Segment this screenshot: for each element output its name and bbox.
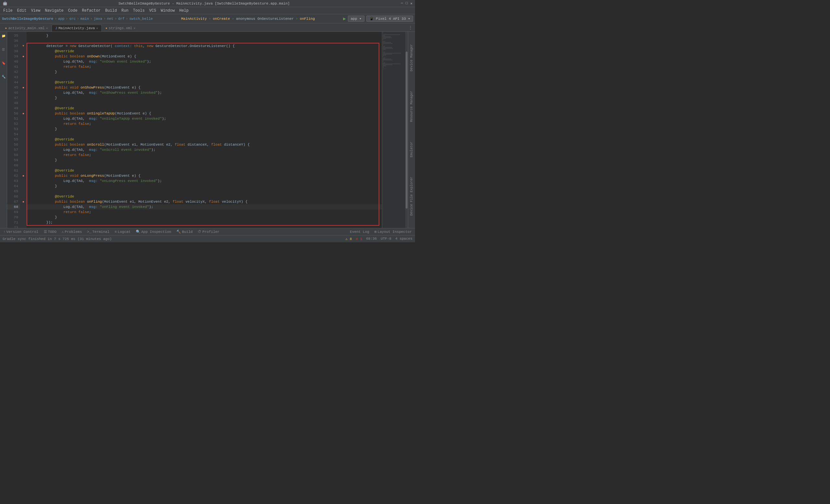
code-line-71[interactable]: }); <box>27 220 382 225</box>
code-line-40[interactable]: Log.d(TAG, msg: "onDown event invoked"); <box>27 59 382 64</box>
gutter-item-65[interactable] <box>20 189 27 194</box>
code-line-57[interactable]: Log.d(TAG, msg: "onScroll event invoked"… <box>27 147 382 152</box>
gutter-item-60[interactable] <box>20 163 27 168</box>
gutter-item-45[interactable]: ● <box>20 85 27 90</box>
close-tab-xml[interactable]: ✕ <box>46 26 48 30</box>
layout-inspector-tool[interactable]: ⊞ Layout Inspector <box>373 229 414 234</box>
status-errors[interactable]: ✕ 1 <box>356 237 362 241</box>
menu-item-view[interactable]: View <box>29 8 42 13</box>
todo-tool[interactable]: ☰ TODO <box>42 229 58 234</box>
gutter-item-53[interactable] <box>20 126 27 132</box>
gutter-item-59[interactable] <box>20 158 27 163</box>
window-controls[interactable]: ─ □ ✕ <box>401 1 412 5</box>
gutter-item-68[interactable] <box>20 204 27 210</box>
gutter-item-38[interactable] <box>20 49 27 54</box>
code-line-44[interactable]: @Override <box>27 80 382 85</box>
tab-more-options[interactable]: ⋮ <box>407 24 414 31</box>
gutter-item-46[interactable] <box>20 90 27 95</box>
code-line-43[interactable] <box>27 74 382 80</box>
code-line-42[interactable]: } <box>27 69 382 74</box>
nav-java[interactable]: java <box>94 17 102 21</box>
sidebar-structure-icon[interactable]: ☰ <box>1 47 6 53</box>
gutter-item-51[interactable] <box>20 116 27 121</box>
gutter-item-61[interactable] <box>20 168 27 173</box>
status-encoding[interactable]: UTF-8 <box>381 237 391 241</box>
gutter-item-55[interactable] <box>20 137 27 142</box>
event-log-tool[interactable]: Event Log <box>348 229 371 234</box>
gutter-item-40[interactable] <box>20 59 27 64</box>
profiler-tool[interactable]: ⏱ Profiler <box>196 229 221 234</box>
logcat-tool[interactable]: ≡ Logcat <box>113 229 133 234</box>
gutter-item-71[interactable] <box>20 220 27 225</box>
code-line-51[interactable]: Log.d(TAG, msg: "onSingleTapUp event inv… <box>27 116 382 121</box>
code-line-70[interactable]: } <box>27 215 382 220</box>
nav-drf[interactable]: drf <box>118 17 125 21</box>
menu-item-navigate[interactable]: Navigate <box>43 8 65 13</box>
gutter-item-52[interactable] <box>20 121 27 126</box>
code-line-58[interactable]: return false; <box>27 152 382 158</box>
menu-item-build[interactable]: Build <box>103 8 119 13</box>
sidebar-emulator[interactable]: Emulator <box>409 140 414 159</box>
gutter-item-49[interactable] <box>20 106 27 111</box>
nav-net[interactable]: net <box>107 17 114 21</box>
code-line-67[interactable]: public boolean onFling(MotionEvent e1, M… <box>27 199 382 204</box>
gutter-item-64[interactable] <box>20 184 27 189</box>
sidebar-resource-manager[interactable]: Resource Manager <box>409 90 414 123</box>
version-control-tool[interactable]: ↑ Version Control <box>1 229 40 234</box>
gutter-item-67[interactable]: ● <box>20 199 27 204</box>
gutter-item-62[interactable]: ● <box>20 173 27 178</box>
fold-start[interactable]: ▼ <box>22 44 24 48</box>
menu-item-code[interactable]: Code <box>66 8 79 13</box>
code-line-62[interactable]: public void onLongPress(MotionEvent e) { <box>27 173 382 178</box>
sidebar-project-icon[interactable]: 📁 <box>1 33 6 39</box>
run-button[interactable]: ▶ <box>343 16 346 22</box>
code-line-69[interactable]: return false; <box>27 210 382 215</box>
menu-item-vcs[interactable]: VCS <box>147 8 158 13</box>
code-line-37[interactable]: detector = new GestureDetector( context:… <box>27 43 382 49</box>
gutter-item-47[interactable] <box>20 95 27 100</box>
code-line-53[interactable]: } <box>27 126 382 132</box>
code-line-48[interactable] <box>27 100 382 106</box>
nav-swtch-belle[interactable]: swtch_belle <box>129 17 153 21</box>
device-selector[interactable]: 📱 Pixel 4 API 33 ▾ <box>366 15 413 22</box>
tab-mainactivity-java[interactable]: J MainActivity.java ✕ <box>52 25 102 31</box>
menu-item-run[interactable]: Run <box>119 8 130 13</box>
maximize-button[interactable]: □ <box>406 1 408 5</box>
code-line-65[interactable] <box>27 189 382 194</box>
code-line-38[interactable]: @Override <box>27 49 382 54</box>
menu-item-window[interactable]: Window <box>159 8 177 13</box>
minimap[interactable] <box>382 32 408 228</box>
menu-item-refactor[interactable]: Refactor <box>80 8 103 13</box>
code-line-54[interactable] <box>27 132 382 137</box>
code-line-68[interactable]: Log.d(TAG, msg: "onFling event invoked")… <box>27 204 382 210</box>
nav-onfling[interactable]: onFling <box>300 17 315 21</box>
nav-oncreate[interactable]: onCreate <box>213 17 230 21</box>
close-tab-java[interactable]: ✕ <box>96 26 98 30</box>
breakpoint-dot[interactable]: ● <box>22 174 24 178</box>
app-inspection-tool[interactable]: 🔍 App Inspection <box>134 229 173 234</box>
code-line-41[interactable]: return false; <box>27 64 382 69</box>
menu-item-edit[interactable]: Edit <box>15 8 29 13</box>
code-line-56[interactable]: public boolean onScroll(MotionEvent e1, … <box>27 142 382 147</box>
code-line-49[interactable]: @Override <box>27 106 382 111</box>
code-line-59[interactable]: } <box>27 158 382 163</box>
code-lines[interactable]: } detector = new GestureDetector( contex… <box>27 32 382 228</box>
gutter-item-50[interactable]: ● <box>20 111 27 116</box>
code-line-52[interactable]: return false; <box>27 121 382 126</box>
gutter-item-57[interactable] <box>20 147 27 152</box>
code-line-47[interactable]: } <box>27 95 382 100</box>
breakpoint-dot[interactable]: ● <box>22 86 24 90</box>
sidebar-bookmarks-icon[interactable]: 🔖 <box>1 60 6 66</box>
code-line-35[interactable]: } <box>27 33 382 38</box>
status-warnings[interactable]: ⚠ 8 <box>346 237 352 241</box>
tab-strings-xml[interactable]: ✦ strings.xml ✕ <box>102 24 139 31</box>
sidebar-build-variants-icon[interactable]: 🔧 <box>1 74 6 80</box>
gutter-item-70[interactable] <box>20 215 27 220</box>
gutter-item-66[interactable] <box>20 194 27 199</box>
breakpoint-dot[interactable]: ● <box>22 55 24 58</box>
menu-item-help[interactable]: Help <box>177 8 191 13</box>
sidebar-device-manager[interactable]: Device Manager <box>409 43 414 73</box>
tab-activity-main-xml[interactable]: ✦ activity_main.xml ✕ <box>1 24 52 31</box>
gutter-item-43[interactable] <box>20 74 27 80</box>
gutter-item-44[interactable] <box>20 80 27 85</box>
